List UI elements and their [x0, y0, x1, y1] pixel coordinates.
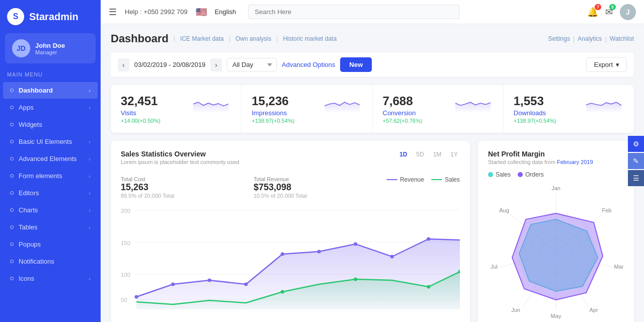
- sidebar: S Staradmin JD John Doe Manager Main Men…: [0, 0, 101, 322]
- svg-point-15: [171, 283, 175, 286]
- flag-icon: 🇺🇸: [196, 7, 207, 18]
- logo-icon: S: [7, 8, 24, 25]
- stat-card-visits: 32,451 Visits +14.00(+0.50%): [111, 85, 242, 133]
- sidebar-item-icons[interactable]: Icons ›: [3, 270, 98, 287]
- nav-dot-icon: [10, 106, 14, 109]
- svg-point-18: [281, 253, 284, 256]
- sidebar-item-notifications[interactable]: Notifications: [3, 253, 98, 270]
- analytics-link[interactable]: Analytics: [578, 35, 602, 42]
- float-settings-btn[interactable]: ⚙: [628, 136, 644, 152]
- svg-point-24: [354, 278, 357, 281]
- stat-value: 7,688: [383, 94, 423, 108]
- chart-legend: Revenue Sales: [386, 176, 460, 183]
- total-revenue-value: $753,098: [254, 182, 307, 193]
- stat-change: +57.62(+0.76%): [383, 118, 423, 124]
- nav-dot-icon: [10, 140, 14, 143]
- sidebar-item-label: Form elements: [19, 172, 62, 180]
- dashboard-content: Dashboard | ICE Market data | Own analys…: [101, 24, 644, 322]
- sparkline-chart: [584, 94, 624, 112]
- page-title: Dashboard: [111, 32, 169, 45]
- stat-value: 1,553: [514, 94, 556, 108]
- svg-text:Feb: Feb: [602, 207, 612, 213]
- sidebar-item-label: Notifications: [19, 258, 54, 265]
- hamburger-icon[interactable]: ☰: [109, 7, 117, 18]
- breadcrumb-ice[interactable]: ICE Market data: [180, 35, 224, 42]
- sidebar-item-advanced-elements[interactable]: Advanced Elements ›: [3, 150, 98, 167]
- sidebar-item-dashboard[interactable]: Dashboard ›: [3, 82, 98, 99]
- topbar: ☰ Help : +050 2992 709 🇺🇸 English 🔔 7 ✉ …: [101, 0, 644, 24]
- float-list-btn[interactable]: ☰: [628, 170, 644, 186]
- stat-label: Visits: [121, 109, 160, 117]
- time-filters: 1D5D1M1Y: [397, 150, 460, 159]
- sidebar-item-widgets[interactable]: Widgets: [3, 116, 98, 133]
- user-card[interactable]: JD John Doe Manager: [5, 33, 96, 63]
- language-selector[interactable]: English: [215, 8, 236, 16]
- total-cost-value: 15,263: [121, 182, 174, 193]
- sidebar-item-label: Editors: [19, 189, 39, 197]
- time-filter-5d-btn[interactable]: 5D: [414, 150, 426, 159]
- stat-card-impressions: 15,236 Impressions +138.97(+0.54%): [242, 85, 372, 133]
- time-filter-1m-btn[interactable]: 1M: [431, 150, 444, 159]
- stat-change: +14.00(+0.50%): [121, 118, 160, 124]
- nav-dot-icon: [10, 174, 14, 178]
- svg-point-14: [134, 295, 138, 299]
- mail-btn[interactable]: ✉ 5: [605, 7, 613, 18]
- new-button[interactable]: New: [340, 57, 372, 72]
- sparkline-chart: [191, 94, 231, 112]
- total-cost-label: Total Cost: [121, 176, 174, 182]
- brand-name: Staradmin: [29, 11, 78, 23]
- svg-text:150: 150: [121, 240, 130, 246]
- sidebar-item-basic-ui[interactable]: Basic UI Elements ›: [3, 133, 98, 150]
- search-input[interactable]: [248, 5, 459, 19]
- chevron-down-icon: ▾: [616, 61, 619, 68]
- avatar: JD: [12, 39, 30, 57]
- filter-bar: ‹ 03/02/2019 - 20/08/2019 › All Day Last…: [111, 52, 634, 77]
- mail-badge: 5: [609, 4, 616, 10]
- search-container: [248, 5, 459, 19]
- sidebar-item-tables[interactable]: Tables ›: [3, 219, 98, 235]
- sidebar-item-charts[interactable]: Charts ›: [3, 202, 98, 218]
- sidebar-item-form-elements[interactable]: Form elements ›: [3, 168, 98, 184]
- help-text: Help : +050 2992 709: [125, 8, 188, 16]
- svg-text:Mar: Mar: [614, 264, 624, 270]
- notification-btn[interactable]: 🔔 7: [587, 7, 598, 18]
- user-avatar-btn[interactable]: J: [620, 4, 636, 20]
- date-next-btn[interactable]: ›: [210, 58, 222, 71]
- sidebar-item-apps[interactable]: Apps ›: [3, 99, 98, 116]
- svg-text:Apr: Apr: [589, 307, 598, 313]
- svg-text:Jul: Jul: [491, 264, 498, 270]
- sidebar-item-label: Tables: [19, 223, 38, 231]
- stat-label: Conversion: [383, 109, 423, 117]
- svg-point-19: [317, 250, 320, 254]
- breadcrumb-own[interactable]: Own analysis: [235, 35, 271, 42]
- main-content: ☰ Help : +050 2992 709 🇺🇸 English 🔔 7 ✉ …: [101, 0, 644, 322]
- advanced-options-link[interactable]: Advanced Options: [282, 61, 335, 68]
- nav-dot-icon: [10, 225, 14, 229]
- user-name: John Doe: [35, 42, 65, 49]
- sidebar-item-editors[interactable]: Editors ›: [3, 185, 98, 201]
- user-role: Manager: [35, 49, 65, 55]
- watchlist-link[interactable]: Watchlist: [610, 35, 634, 42]
- nav-items: Dashboard › Apps › Widgets Basic UI Elem…: [0, 82, 101, 287]
- total-cost-stat: Total Cost 15,263 89.5% of 20,000 Total: [121, 176, 174, 199]
- export-button[interactable]: Export ▾: [586, 57, 627, 72]
- sidebar-item-label: Basic UI Elements: [19, 138, 72, 145]
- total-revenue-pct: 10.5% of 20,000 Total: [254, 193, 307, 199]
- stat-card-downloads: 1,553 Downloads +138.97(+0.54%): [504, 85, 634, 133]
- nav-dot-icon: [10, 260, 14, 263]
- notification-badge: 7: [595, 4, 601, 10]
- svg-text:Aug: Aug: [499, 207, 509, 213]
- date-prev-btn[interactable]: ‹: [118, 58, 129, 71]
- chevron-right-icon: ›: [89, 88, 91, 94]
- radar-chart: Jan Feb Mar Apr May Jun Jul Aug: [488, 183, 624, 319]
- time-filter-1d-btn[interactable]: 1D: [397, 150, 409, 159]
- float-edit-btn[interactable]: ✎: [628, 153, 644, 169]
- side-float-buttons: ⚙ ✎ ☰: [628, 136, 644, 186]
- breadcrumb-historic[interactable]: Historic market data: [283, 35, 337, 42]
- sidebar-item-label: Widgets: [19, 121, 42, 128]
- sidebar-item-popups[interactable]: Popups: [3, 236, 98, 253]
- time-filter-select[interactable]: All Day Last Week Last Month: [227, 58, 277, 71]
- time-filter-1y-btn[interactable]: 1Y: [448, 150, 460, 159]
- svg-text:Jun: Jun: [511, 307, 520, 313]
- settings-link[interactable]: Settings: [548, 35, 570, 42]
